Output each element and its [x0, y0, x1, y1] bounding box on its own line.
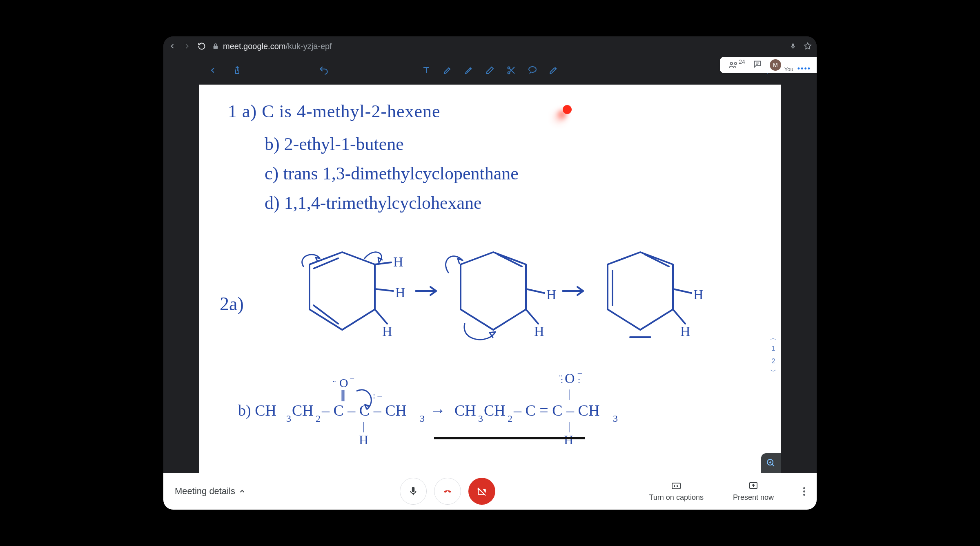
- hangup-icon: [441, 487, 454, 495]
- page-indicator: ︿ 1 2 ﹀: [770, 334, 777, 376]
- svg-text:H: H: [693, 287, 704, 302]
- svg-text:3: 3: [478, 413, 483, 424]
- svg-text:H: H: [680, 324, 690, 339]
- svg-text:3: 3: [613, 413, 618, 424]
- svg-text:CH: CH: [454, 402, 476, 419]
- meeting-stage: 24 M You •••• 1 a) C is 4-methyl-2-hexen…: [163, 56, 817, 473]
- pen-tool-icon[interactable]: [441, 64, 454, 76]
- svg-text:H: H: [534, 324, 544, 339]
- scissors-tool-icon[interactable]: [505, 64, 517, 76]
- zoom-in-icon: [766, 458, 776, 468]
- hangup-button[interactable]: [434, 478, 461, 505]
- page-up-icon[interactable]: ︿: [770, 334, 777, 342]
- meeting-details-label: Meeting details: [175, 486, 235, 497]
- page-divider: [771, 355, 776, 355]
- mic-url-icon[interactable]: [790, 42, 796, 50]
- you-label: You: [784, 66, 793, 72]
- captions-button[interactable]: Turn on captions: [649, 481, 704, 502]
- browser-nav-bar: meet.google.com/kuk-yzja-epf: [163, 36, 817, 56]
- svg-point-0: [508, 67, 510, 69]
- meeting-details-button[interactable]: Meeting details: [175, 486, 246, 497]
- page-total: 2: [772, 358, 775, 365]
- svg-text:|: |: [568, 420, 570, 432]
- svg-rect-41: [672, 483, 680, 489]
- svg-text:CH: CH: [292, 402, 314, 419]
- share-icon[interactable]: [231, 64, 243, 76]
- present-icon: [748, 481, 759, 491]
- svg-text:– C = C – CH: – C = C – CH: [513, 402, 599, 419]
- svg-text::: :: [578, 375, 580, 385]
- svg-point-1: [508, 72, 510, 74]
- chem-structure-2b: b) CH 3 CH 2 – C – C – CH 3 O ¨ ⁻ ‖ |: [238, 367, 667, 448]
- lock-icon: [212, 43, 219, 49]
- svg-text:: –: : –: [373, 390, 383, 401]
- lasso-tool-icon[interactable]: [526, 64, 539, 76]
- browser-window: meet.google.com/kuk-yzja-epf: [163, 36, 817, 510]
- undo-icon[interactable]: [318, 64, 330, 76]
- svg-text:¨: ¨: [333, 378, 336, 388]
- present-label: Present now: [733, 493, 774, 502]
- svg-text:2: 2: [316, 413, 321, 424]
- svg-text:CH: CH: [484, 402, 506, 419]
- svg-text:|: |: [363, 420, 365, 432]
- svg-text:H: H: [564, 432, 573, 447]
- chevron-up-icon: [238, 488, 246, 495]
- svg-text:b)  CH: b) CH: [238, 402, 276, 419]
- svg-text:H: H: [382, 324, 392, 339]
- answer-1c: c) trans 1,3-dimethylcyclopenthane: [265, 163, 519, 184]
- svg-text:– C – C – CH: – C – C – CH: [321, 402, 407, 419]
- back-chevron-icon[interactable]: [207, 64, 219, 76]
- answer-1d: d) 1,1,4-trimethylcyclohexane: [265, 192, 481, 213]
- svg-text:2: 2: [508, 413, 512, 424]
- chat-icon: [753, 60, 762, 69]
- url-path: /kuk-yzja-epf: [285, 42, 332, 51]
- avatar[interactable]: M: [770, 59, 781, 71]
- url-host: meet.google.com: [223, 42, 285, 51]
- svg-point-3: [731, 63, 733, 65]
- participants-count: 24: [739, 58, 745, 65]
- svg-text:O: O: [565, 371, 575, 386]
- present-now-button[interactable]: Present now: [733, 481, 774, 502]
- question-2a-label: 2a): [220, 293, 244, 315]
- back-icon[interactable]: [168, 42, 176, 50]
- captions-icon: [670, 481, 682, 491]
- svg-text:|: |: [568, 387, 570, 400]
- svg-text:‖: ‖: [340, 388, 346, 401]
- more-options-button[interactable]: [803, 487, 805, 496]
- meeting-footer: Meeting details Turn on captions Present…: [163, 473, 817, 510]
- participants-pill: 24 M You ••••: [720, 57, 817, 73]
- svg-text:H: H: [359, 432, 368, 447]
- camera-button[interactable]: [468, 478, 495, 505]
- participants-button[interactable]: 24: [727, 60, 745, 69]
- people-icon: [727, 60, 738, 69]
- text-tool-icon[interactable]: [420, 64, 432, 76]
- chat-button[interactable]: [753, 60, 762, 70]
- microphone-button[interactable]: [400, 478, 427, 505]
- svg-text:O: O: [339, 376, 348, 389]
- svg-text:→: →: [430, 402, 445, 419]
- answer-1b: b) 2-ethyl-1-butene: [265, 134, 404, 154]
- connection-dots-icon: ••••: [797, 65, 811, 73]
- laser-tool-icon[interactable]: [548, 64, 560, 76]
- page-current: 1: [772, 345, 775, 352]
- forward-icon[interactable]: [183, 42, 191, 50]
- zoom-in-button[interactable]: [761, 453, 781, 473]
- svg-text:3: 3: [286, 413, 291, 424]
- whiteboard-canvas[interactable]: 1 a) C is 4-methyl-2-hexene b) 2-ethyl-1…: [199, 85, 781, 473]
- laser-pointer-dot: [563, 105, 572, 114]
- highlighter-tool-icon[interactable]: [463, 64, 475, 76]
- svg-text:H: H: [546, 287, 557, 302]
- avatar-letter: M: [773, 62, 778, 68]
- note-app-toolbar: [199, 56, 781, 85]
- reload-icon[interactable]: [198, 42, 206, 50]
- svg-text:⁻: ⁻: [350, 375, 355, 386]
- answer-1a: 1 a) C is 4-methyl-2-hexene: [228, 101, 441, 122]
- svg-text::: :: [561, 375, 563, 385]
- svg-text:H: H: [395, 285, 405, 300]
- bookmark-star-icon[interactable]: [804, 42, 812, 50]
- media-controls: [400, 478, 495, 505]
- svg-text:H: H: [393, 254, 403, 269]
- url-bar[interactable]: meet.google.com/kuk-yzja-epf: [212, 42, 783, 51]
- page-down-icon[interactable]: ﹀: [770, 367, 777, 376]
- eraser-tool-icon[interactable]: [484, 64, 496, 76]
